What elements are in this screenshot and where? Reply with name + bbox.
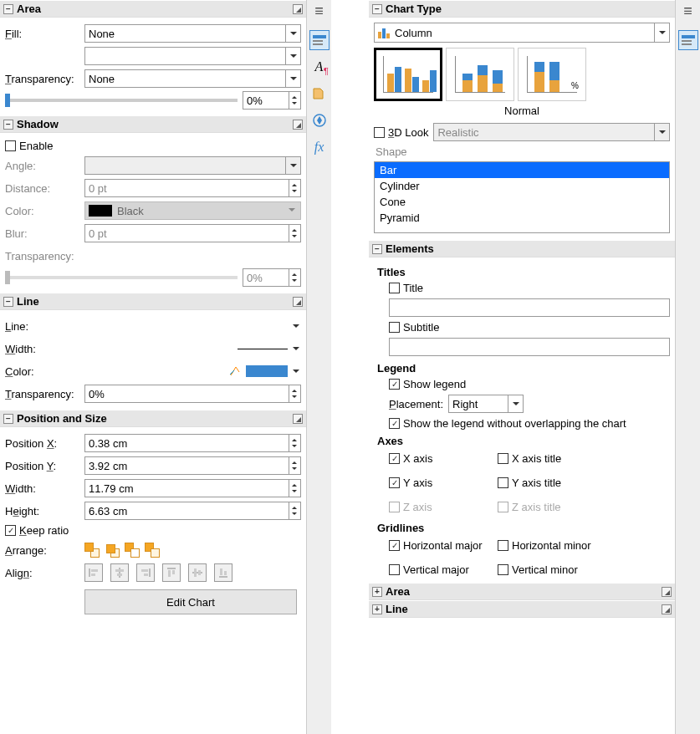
chevron-down-icon[interactable] (291, 322, 301, 331)
gridlines-heading: Gridlines (377, 522, 670, 534)
height-spinner[interactable]: 6.63 cm (84, 502, 301, 520)
svg-rect-2 (91, 573, 95, 576)
svg-rect-14 (198, 570, 201, 575)
align-center-v-icon (188, 563, 207, 582)
expand-icon[interactable]: + (372, 587, 382, 597)
send-backward-icon[interactable] (125, 543, 140, 558)
more-options-icon[interactable] (293, 4, 303, 14)
line-color-dropdown[interactable] (84, 362, 291, 380)
transparency-type-combo[interactable]: None (84, 69, 301, 88)
y-axis-checkbox[interactable] (389, 477, 400, 488)
collapse-icon[interactable]: − (3, 297, 13, 307)
fill-detail-combo[interactable] (84, 47, 301, 65)
send-to-back-icon[interactable] (145, 543, 160, 558)
subtype-label: Normal (369, 104, 675, 117)
left-sidebar: − Area Fill: None Transparency: None 0% (0, 0, 306, 734)
properties-icon[interactable] (309, 30, 330, 50)
fill-label: Fill: (5, 28, 84, 40)
shape-item-cylinder[interactable]: Cylinder (375, 178, 669, 194)
axes-heading: Axes (377, 435, 670, 447)
svg-rect-15 (219, 576, 227, 578)
line-color-label: Color: (5, 365, 84, 378)
shape-item-cone[interactable]: Cone (375, 194, 669, 210)
line-style-dropdown[interactable] (84, 317, 291, 335)
section-title: Chart Type (386, 3, 442, 15)
transparency-label: Transparency: (5, 73, 84, 85)
align-right-icon (136, 563, 155, 582)
edit-chart-button[interactable]: Edit Chart (84, 589, 297, 614)
functions-icon[interactable]: fx (309, 137, 330, 157)
title-input[interactable] (389, 298, 670, 317)
enable-shadow-checkbox[interactable] (5, 140, 16, 151)
blur-spinner: 0 pt (84, 224, 301, 242)
svg-rect-5 (117, 573, 122, 576)
more-options-icon[interactable] (662, 604, 672, 614)
collapse-icon[interactable]: − (372, 244, 382, 254)
collapse-icon[interactable]: − (3, 120, 13, 130)
hamburger-icon[interactable]: ≡ (310, 5, 329, 23)
svg-rect-9 (167, 568, 176, 569)
line-width-dropdown[interactable] (84, 339, 291, 358)
shape-item-bar[interactable]: Bar (375, 162, 669, 178)
properties-icon[interactable] (678, 30, 698, 50)
3d-look-checkbox[interactable] (374, 127, 385, 138)
collapse-icon[interactable]: − (3, 414, 13, 424)
align-label: Align: (5, 567, 84, 579)
v-minor-checkbox[interactable] (498, 564, 508, 575)
fill-type-combo[interactable]: None (84, 24, 301, 43)
bring-to-front-icon[interactable] (84, 543, 100, 558)
placement-combo[interactable]: Right (448, 395, 524, 413)
keep-ratio-checkbox[interactable] (5, 525, 16, 536)
navigator-icon[interactable] (309, 110, 330, 130)
title-checkbox[interactable] (389, 283, 400, 293)
chevron-down-icon[interactable] (291, 367, 301, 376)
svg-rect-1 (91, 569, 98, 572)
more-options-icon[interactable] (662, 587, 672, 597)
collapse-icon[interactable]: − (3, 4, 13, 14)
x-axis-title-checkbox[interactable] (498, 453, 508, 464)
posy-spinner[interactable]: 3.92 cm (84, 456, 301, 475)
svg-rect-8 (144, 573, 148, 576)
subtype-normal[interactable] (374, 48, 442, 101)
x-axis-checkbox[interactable] (389, 453, 400, 464)
svg-rect-3 (119, 568, 120, 578)
section-header-area: − Area (0, 0, 306, 18)
subtype-percent[interactable]: % (518, 48, 586, 101)
show-legend-checkbox[interactable] (389, 379, 400, 390)
shadow-trans-label: Transparency: (5, 250, 84, 263)
transparency-slider[interactable] (5, 99, 238, 102)
angle-label: Angle: (5, 160, 84, 172)
align-bottom-icon (214, 563, 232, 582)
h-minor-checkbox[interactable] (498, 540, 508, 551)
line-trans-spinner[interactable]: 0% (84, 385, 301, 403)
more-options-icon[interactable] (293, 297, 303, 307)
z-axis-title-checkbox (498, 502, 508, 512)
collapse-icon[interactable]: − (372, 4, 382, 14)
v-major-checkbox[interactable] (389, 564, 400, 575)
enable-label: Enable (19, 140, 53, 152)
column-chart-icon (378, 27, 391, 38)
no-overlap-checkbox[interactable] (389, 418, 400, 429)
chart-type-combo[interactable]: Column (374, 23, 670, 43)
h-major-checkbox[interactable] (389, 540, 400, 551)
subtype-stacked[interactable] (446, 48, 514, 101)
chevron-down-icon[interactable] (291, 344, 301, 354)
subtitle-input[interactable] (389, 338, 670, 356)
subtitle-checkbox[interactable] (389, 322, 400, 333)
section-title: Elements (386, 242, 434, 255)
more-options-icon[interactable] (293, 414, 303, 424)
shape-list[interactable]: Bar Cylinder Cone Pyramid (374, 161, 670, 233)
distance-spinner: 0 pt (84, 179, 301, 197)
svg-rect-7 (141, 569, 148, 572)
gallery-icon[interactable] (309, 84, 330, 104)
styles-icon[interactable]: A¶ (309, 57, 330, 77)
y-axis-title-checkbox[interactable] (498, 477, 508, 488)
width-spinner[interactable]: 11.79 cm (84, 479, 301, 497)
posx-spinner[interactable]: 0.38 cm (84, 434, 301, 452)
bring-forward-icon[interactable] (105, 543, 120, 558)
transparency-spinner[interactable]: 0% (243, 91, 301, 110)
hamburger-icon[interactable]: ≡ (679, 5, 697, 23)
shape-item-pyramid[interactable]: Pyramid (375, 210, 669, 226)
more-options-icon[interactable] (293, 120, 303, 130)
expand-icon[interactable]: + (372, 604, 382, 614)
